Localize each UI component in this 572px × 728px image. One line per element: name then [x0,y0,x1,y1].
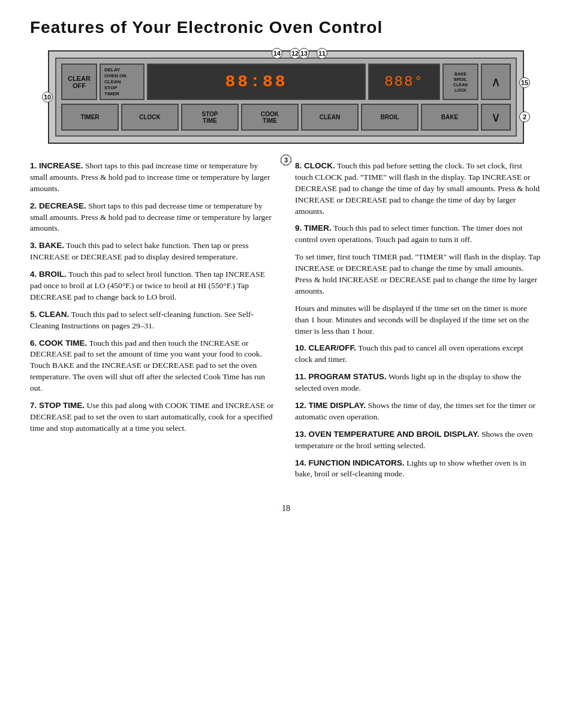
feature-1: 1. INCREASE. Short taps to this pad incr… [30,161,277,195]
callout-15: 15 [519,77,530,88]
page-number: 18 [30,504,542,513]
callout-3: 3 [281,155,291,165]
time-display: 88:88 [147,64,366,100]
program-status-display: DELAY OVEN ON CLEAN STOP TIMER [100,64,144,100]
callout-14: 14 [272,48,282,59]
feature-5: 5. CLEAN. Touch this pad to select self-… [30,309,277,332]
feature-10: 10. CLEAR/OFF. Touch this pad to cancel … [295,343,542,365]
broil-button[interactable]: BROIL [361,104,419,131]
clear-off-pad[interactable]: CLEAR OFF [61,64,97,100]
feature-9-extra2: Hours and minutes will be displayed if t… [295,303,542,337]
oven-top-row: CLEAR OFF DELAY OVEN ON CLEAN STOP TIMER… [61,64,511,100]
feature-4: 4. BROIL. Touch this pad to select broil… [30,269,277,303]
oven-bottom-row: TIMER CLOCK STOP TIME COOK TIME CLEAN [61,104,511,131]
callout-13: 13 [299,48,309,59]
cook-time-button[interactable]: COOK TIME [241,104,299,131]
feature-12: 12. TIME DISPLAY. Shows the time of day,… [295,400,542,423]
feature-11: 11. PROGRAM STATUS. Words light up in th… [295,371,542,394]
feature-9: 9. TIMER. Touch this pad to select timer… [295,223,542,246]
clock-button[interactable]: CLOCK [121,104,179,131]
feature-8: 8. CLOCK. Touch this pad before setting … [295,161,542,217]
increase-pad[interactable]: ∧ [481,64,511,100]
feature-14: 14. FUNCTION INDICATORS. Lights up to sh… [295,458,542,481]
feature-9-extra: To set timer, first touch TIMER pad. "TI… [295,252,542,297]
content-area: 1. INCREASE. Short taps to this pad incr… [30,161,542,486]
decrease-pad[interactable]: ∨ [481,104,511,131]
stop-time-button[interactable]: STOP TIME [181,104,239,131]
clean-button[interactable]: CLEAN [301,104,359,131]
page-title: Features of Your Electronic Oven Control [30,18,542,37]
function-indicators: BAKE BROIL CLEAN LOCK [442,64,478,100]
feature-2: 2. DECREASE. Short taps to this pad decr… [30,201,277,235]
temp-display: 888° [368,64,440,100]
callout-2-right: 2 [519,111,530,122]
oven-inner-panel: CLEAR OFF DELAY OVEN ON CLEAN STOP TIMER… [55,58,517,137]
feature-7: 7. STOP TIME. Use this pad along with CO… [30,400,277,434]
right-column: 8. CLOCK. Touch this pad before setting … [295,161,542,486]
timer-button[interactable]: TIMER [61,104,119,131]
bake-button[interactable]: BAKE [421,104,478,131]
feature-6: 6. COOK TIME. Touch this pad and then to… [30,338,277,394]
callout-10: 10 [42,92,53,102]
callout-11: 11 [317,48,327,59]
feature-3: 3. BAKE. Touch this pad to select bake f… [30,240,277,263]
oven-panel: 10 15 2 CLEAR OFF DELAY OVEN ON [48,50,524,144]
oven-diagram-wrapper: 11 12 13 14 10 15 2 CLEAR OFF [48,48,524,155]
left-column: 1. INCREASE. Short taps to this pad incr… [30,161,277,486]
feature-13: 13. OVEN TEMPERATURE AND BROIL DISPLAY. … [295,429,542,452]
